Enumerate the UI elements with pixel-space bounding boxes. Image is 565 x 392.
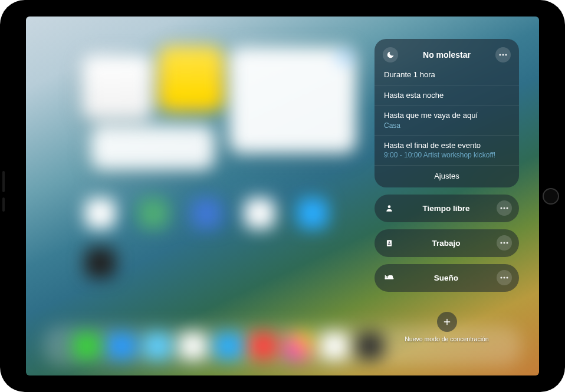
dnd-option-until-leave[interactable]: Hasta que me vaya de aquí Casa <box>375 105 519 135</box>
focus-mode-personal[interactable]: Tiempo libre <box>375 195 519 222</box>
bed-icon <box>383 274 396 282</box>
svg-rect-14 <box>385 275 386 279</box>
ipad-frame: No molestar Durante 1 hora Hasta esta no… <box>0 0 565 392</box>
focus-mode-more-button[interactable] <box>497 270 512 285</box>
dnd-option-until-event-end[interactable]: Hasta el final de este evento 9:00 - 10:… <box>375 135 519 165</box>
svg-rect-9 <box>388 243 391 245</box>
svg-point-15 <box>386 276 388 278</box>
dnd-option-until-tonight[interactable]: Hasta esta noche <box>375 85 519 106</box>
add-focus-label: Nuevo modo de concentración <box>375 335 519 342</box>
svg-point-3 <box>388 205 391 208</box>
option-label: Hasta que me vaya de aquí <box>384 110 510 121</box>
svg-point-16 <box>500 276 502 278</box>
home-button[interactable] <box>543 188 559 205</box>
svg-point-10 <box>500 242 502 243</box>
volume-button <box>2 171 5 192</box>
add-focus-section: Nuevo modo de concentración <box>375 312 519 342</box>
option-label: Durante 1 hora <box>384 70 510 80</box>
svg-point-5 <box>503 207 505 209</box>
option-sublabel: Casa <box>384 121 510 130</box>
focus-mode-label: Trabajo <box>396 239 497 248</box>
badge-icon <box>383 239 396 247</box>
dnd-title: No molestar <box>398 50 495 60</box>
svg-point-17 <box>503 276 505 278</box>
svg-point-4 <box>500 207 502 209</box>
dnd-card: No molestar Durante 1 hora Hasta esta no… <box>375 39 519 187</box>
focus-mode-label: Tiempo libre <box>396 204 497 213</box>
volume-button <box>2 197 5 212</box>
svg-point-12 <box>506 242 508 243</box>
dnd-header: No molestar <box>375 45 519 68</box>
focus-mode-sleep[interactable]: Sueño <box>375 264 519 292</box>
add-focus-button[interactable] <box>437 312 457 332</box>
dnd-option-one-hour[interactable]: Durante 1 hora <box>375 68 519 85</box>
svg-point-1 <box>502 54 504 55</box>
dnd-settings-button[interactable]: Ajustes <box>375 165 519 184</box>
focus-panel: No molestar Durante 1 hora Hasta esta no… <box>375 39 519 342</box>
focus-mode-label: Sueño <box>396 274 497 282</box>
svg-point-0 <box>499 54 501 55</box>
screen: No molestar Durante 1 hora Hasta esta no… <box>26 17 539 375</box>
moon-icon <box>383 47 398 62</box>
focus-mode-more-button[interactable] <box>497 235 512 251</box>
svg-rect-7 <box>387 240 392 246</box>
svg-point-2 <box>505 54 507 55</box>
svg-point-11 <box>503 242 505 243</box>
option-sublabel: 9:00 - 10:00 Artist workshop kickoff! <box>384 150 510 160</box>
dnd-more-button[interactable] <box>495 47 511 62</box>
option-label: Hasta el final de este evento <box>384 140 510 151</box>
person-icon <box>383 204 396 212</box>
focus-mode-more-button[interactable] <box>497 200 512 216</box>
focus-mode-work[interactable]: Trabajo <box>375 229 519 257</box>
svg-rect-13 <box>385 278 394 279</box>
svg-point-6 <box>506 207 508 209</box>
option-label: Hasta esta noche <box>384 90 510 101</box>
svg-point-18 <box>506 276 508 278</box>
svg-point-8 <box>389 242 390 243</box>
